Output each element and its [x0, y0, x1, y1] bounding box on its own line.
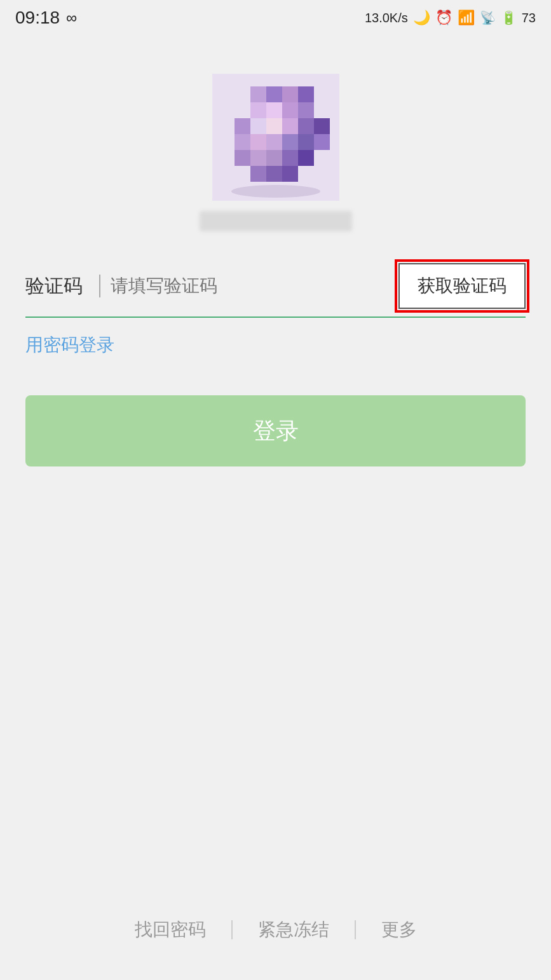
svg-rect-15 — [235, 134, 250, 150]
svg-rect-13 — [298, 118, 314, 134]
svg-rect-14 — [314, 118, 330, 134]
verification-code-row: 验证码 获取验证码 — [25, 263, 526, 318]
get-verification-code-button[interactable]: 获取验证码 — [398, 263, 526, 309]
status-bar: 09:18 ∞ 13.0K/s 🌙 ⏰ 📶 📡 🔋 73 — [0, 0, 551, 36]
signal-icon: 📡 — [480, 10, 496, 25]
avatar-image — [212, 74, 339, 201]
svg-rect-24 — [282, 150, 298, 166]
battery-icon: 🔋 — [501, 10, 517, 25]
switch-to-password-link[interactable]: 用密码登录 — [25, 333, 526, 357]
status-time: 09:18 — [15, 8, 60, 28]
svg-rect-7 — [282, 102, 298, 118]
form-area: 验证码 获取验证码 用密码登录 登录 — [25, 263, 526, 466]
svg-rect-1 — [250, 86, 266, 102]
svg-rect-22 — [250, 150, 266, 166]
svg-rect-12 — [282, 118, 298, 134]
svg-rect-6 — [266, 102, 282, 118]
login-button[interactable]: 登录 — [25, 395, 526, 466]
avatar-svg — [212, 74, 339, 201]
svg-rect-23 — [266, 150, 282, 166]
svg-rect-28 — [282, 166, 298, 182]
svg-rect-21 — [235, 150, 250, 166]
moon-icon: 🌙 — [413, 10, 430, 26]
wifi-icon: 📶 — [458, 10, 475, 26]
svg-rect-5 — [250, 102, 266, 118]
svg-rect-4 — [298, 86, 314, 102]
main-content: 验证码 获取验证码 用密码登录 登录 — [0, 36, 551, 466]
svg-rect-3 — [282, 86, 298, 102]
verification-code-input[interactable] — [111, 276, 398, 296]
svg-rect-18 — [282, 134, 298, 150]
svg-rect-20 — [314, 134, 330, 150]
svg-rect-27 — [266, 166, 282, 182]
svg-rect-11 — [266, 118, 282, 134]
network-speed: 13.0K/s — [365, 11, 408, 25]
svg-rect-8 — [298, 102, 314, 118]
bottom-links: 找回密码 紧急冻结 更多 — [0, 918, 551, 942]
emergency-freeze-link[interactable]: 紧急冻结 — [233, 918, 355, 942]
svg-rect-26 — [250, 166, 266, 182]
status-infinity: ∞ — [66, 9, 77, 27]
alarm-icon: ⏰ — [435, 10, 452, 26]
svg-rect-9 — [235, 118, 250, 134]
more-link[interactable]: 更多 — [356, 918, 442, 942]
status-right: 13.0K/s 🌙 ⏰ 📶 📡 🔋 73 — [365, 10, 536, 26]
svg-rect-2 — [266, 86, 282, 102]
avatar-name-blur — [200, 211, 352, 231]
svg-rect-25 — [298, 150, 314, 166]
retrieve-password-link[interactable]: 找回密码 — [109, 918, 231, 942]
svg-rect-17 — [266, 134, 282, 150]
form-divider — [99, 275, 100, 297]
verification-code-label: 验证码 — [25, 273, 89, 299]
battery-level: 73 — [522, 11, 536, 25]
avatar-area — [193, 74, 358, 231]
svg-rect-10 — [250, 118, 266, 134]
svg-point-29 — [231, 185, 320, 198]
svg-rect-16 — [250, 134, 266, 150]
svg-rect-19 — [298, 134, 314, 150]
status-left: 09:18 ∞ — [15, 8, 77, 28]
